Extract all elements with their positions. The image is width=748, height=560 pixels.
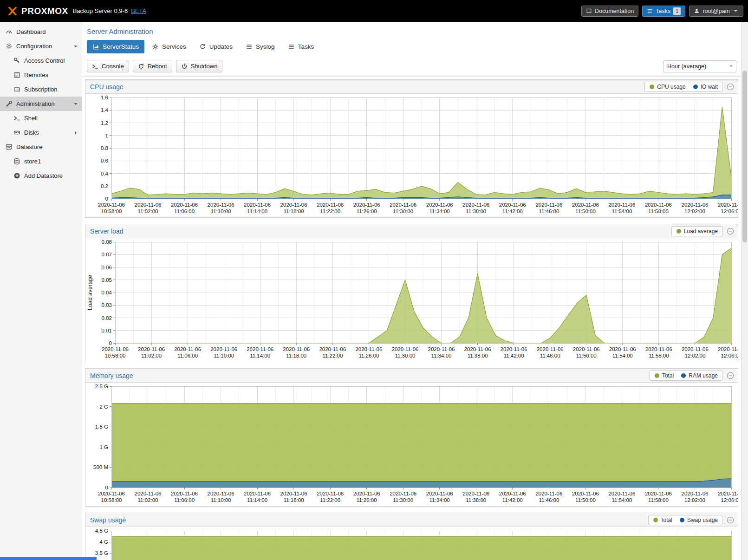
svg-text:2020-11-06: 2020-11-06 xyxy=(464,346,491,352)
svg-text:11:42:00: 11:42:00 xyxy=(502,208,523,214)
svg-text:11:26:00: 11:26:00 xyxy=(357,208,377,214)
svg-text:11:46:00: 11:46:00 xyxy=(539,208,559,214)
sidebar-item-shell[interactable]: Shell xyxy=(0,111,82,125)
svg-text:11:34:00: 11:34:00 xyxy=(429,497,450,503)
panel-header: Swap usageTotalSwap usage xyxy=(85,513,738,527)
svg-text:0.03: 0.03 xyxy=(102,302,112,308)
add-circle-icon xyxy=(13,172,20,179)
svg-text:2020-11-06: 2020-11-06 xyxy=(244,491,271,496)
legend-dot xyxy=(680,518,684,522)
svg-text:11:50:00: 11:50:00 xyxy=(576,353,597,358)
sidebar-item-dashboard[interactable]: Dashboard xyxy=(0,25,82,39)
brand-area: PROXMOX Backup Server 0.9-6 BETA xyxy=(7,5,146,17)
svg-text:1.5 G: 1.5 G xyxy=(95,424,108,430)
sidebar-item-add-datastore[interactable]: Add Datastore xyxy=(0,169,82,183)
header-actions: Documentation Tasks 1 root@pam xyxy=(581,6,743,17)
svg-text:2020-11-06: 2020-11-06 xyxy=(537,346,564,352)
collapse-panel-icon[interactable] xyxy=(727,228,734,235)
svg-text:0.8: 0.8 xyxy=(101,145,108,151)
panel-title: CPU usage xyxy=(90,83,644,91)
sidebar-item-datastore[interactable]: Datastore xyxy=(0,140,82,154)
user-label: root@pam xyxy=(702,8,730,14)
svg-text:2020-11-06: 2020-11-06 xyxy=(171,202,198,208)
chart-legend: CPU usageIO wait xyxy=(644,82,723,92)
svg-text:2020-11-06: 2020-11-06 xyxy=(247,346,273,352)
vertical-scrollbar[interactable] xyxy=(741,22,748,560)
panel-title: Server load xyxy=(90,228,671,235)
collapse-panel-icon[interactable] xyxy=(727,83,734,91)
chart-svg: 0500 M1 G1.5 G2 G2.5 G3 G3.5 G4 G4.5 G20… xyxy=(85,527,738,560)
tab-updates[interactable]: Updates xyxy=(194,40,238,53)
top-header: PROXMOX Backup Server 0.9-6 BETA Documen… xyxy=(0,0,748,22)
tab-tasks[interactable]: Tasks xyxy=(282,40,320,53)
legend-item: Total xyxy=(655,372,674,379)
sidebar-item-administration[interactable]: Administration xyxy=(0,97,82,111)
sidebar-item-remotes[interactable]: Remotes xyxy=(0,68,82,82)
svg-text:12:02:00: 12:02:00 xyxy=(684,208,705,214)
scrollbar-thumb[interactable] xyxy=(742,71,747,242)
svg-text:11:22:00: 11:22:00 xyxy=(322,353,343,358)
tab-label: ServerStatus xyxy=(103,43,139,50)
sidebar-item-disks[interactable]: Disks xyxy=(0,125,82,140)
chart-svg: 00.010.020.030.040.050.060.070.082020-11… xyxy=(85,238,738,362)
svg-text:1 G: 1 G xyxy=(99,444,108,450)
svg-text:11:30:00: 11:30:00 xyxy=(395,353,416,358)
chart-icon xyxy=(92,43,99,50)
svg-text:2020-11-06: 2020-11-06 xyxy=(499,491,526,496)
svg-text:11:14:00: 11:14:00 xyxy=(250,353,270,358)
time-range-select[interactable]: Hour (average) xyxy=(663,60,736,72)
svg-text:12:06:00: 12:06:00 xyxy=(721,353,738,358)
svg-text:2020-11-06: 2020-11-06 xyxy=(609,346,636,352)
caret-down-icon[interactable] xyxy=(73,44,78,49)
caret-down-icon[interactable] xyxy=(73,101,78,107)
sidebar-item-configuration[interactable]: Configuration xyxy=(0,39,82,53)
svg-text:2020-11-06: 2020-11-06 xyxy=(426,202,453,208)
sidebar-item-access-control[interactable]: Access Control xyxy=(0,53,82,68)
svg-text:2020-11-06: 2020-11-06 xyxy=(138,346,165,352)
svg-text:2020-11-06: 2020-11-06 xyxy=(317,491,344,496)
shutdown-button[interactable]: Shutdown xyxy=(176,60,223,72)
collapse-panel-icon[interactable] xyxy=(727,372,734,379)
refresh-icon xyxy=(199,43,206,50)
content-area: Server Administration ServerStatusServic… xyxy=(82,22,741,560)
proxmox-logo-icon xyxy=(7,5,19,17)
svg-text:11:54:00: 11:54:00 xyxy=(611,208,632,214)
svg-text:3.5 G: 3.5 G xyxy=(95,550,108,556)
svg-text:10:58:00: 10:58:00 xyxy=(101,497,122,503)
svg-text:2020-11-06: 2020-11-06 xyxy=(171,491,198,496)
legend-item: IO wait xyxy=(693,84,718,90)
tab-services[interactable]: Services xyxy=(146,40,192,53)
svg-text:11:34:00: 11:34:00 xyxy=(431,353,452,358)
collapse-panel-icon[interactable] xyxy=(727,516,734,524)
sidebar-item-label: Shell xyxy=(24,115,38,122)
svg-text:2020-11-06: 2020-11-06 xyxy=(98,202,125,208)
svg-text:2020-11-06: 2020-11-06 xyxy=(210,346,237,352)
documentation-button[interactable]: Documentation xyxy=(581,6,638,17)
caret-right-icon[interactable] xyxy=(73,130,78,136)
reboot-button[interactable]: Reboot xyxy=(133,60,172,72)
user-menu-button[interactable]: root@pam xyxy=(689,6,743,17)
svg-text:2020-11-06: 2020-11-06 xyxy=(501,346,527,352)
svg-text:11:18:00: 11:18:00 xyxy=(284,208,304,214)
svg-text:11:02:00: 11:02:00 xyxy=(141,353,162,358)
svg-text:11:14:00: 11:14:00 xyxy=(247,208,267,214)
svg-text:2020-11-06: 2020-11-06 xyxy=(428,346,455,352)
svg-text:2020-11-06: 2020-11-06 xyxy=(208,491,234,496)
documentation-label: Documentation xyxy=(595,8,634,14)
svg-text:2020-11-06: 2020-11-06 xyxy=(390,491,416,496)
tab-bar: ServerStatusServicesUpdatesSyslogTasks xyxy=(82,40,741,57)
svg-text:2020-11-06: 2020-11-06 xyxy=(135,202,162,208)
list-icon xyxy=(246,43,253,50)
gears-icon xyxy=(6,43,13,50)
console-button[interactable]: Console xyxy=(87,60,129,72)
svg-text:11:58:00: 11:58:00 xyxy=(649,353,669,358)
button-label: Reboot xyxy=(148,63,167,70)
tab-syslog[interactable]: Syslog xyxy=(240,40,280,53)
tasks-button[interactable]: Tasks 1 xyxy=(642,6,685,17)
beta-link[interactable]: BETA xyxy=(131,7,146,14)
tab-serverstatus[interactable]: ServerStatus xyxy=(87,40,144,53)
sidebar-item-store1[interactable]: store1 xyxy=(0,154,82,169)
legend-label: Total xyxy=(662,372,674,379)
time-range-value: Hour (average) xyxy=(667,63,706,70)
sidebar-item-subscription[interactable]: Subscription xyxy=(0,82,82,97)
